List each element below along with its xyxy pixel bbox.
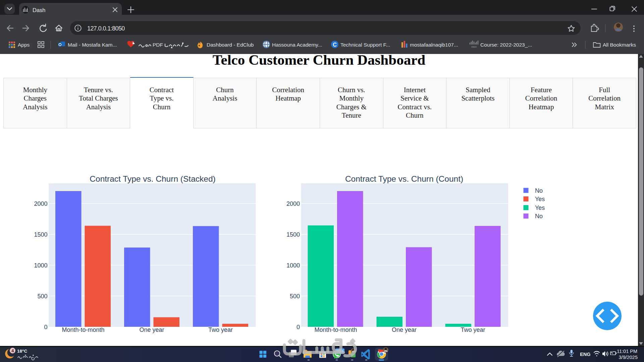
svg-text:2000: 2000: [286, 200, 300, 207]
svg-text:All Bookmarks: All Bookmarks: [603, 42, 636, 48]
svg-text:Course: 2022-2023_...: Course: 2022-2023_...: [480, 42, 532, 48]
svg-text:Technical Support F...: Technical Support F...: [340, 42, 390, 48]
svg-text:PDF: PDF: [153, 42, 163, 48]
svg-text:No: No: [535, 213, 543, 220]
svg-text:Mail - Mostafa Kam...: Mail - Mostafa Kam...: [68, 42, 117, 48]
svg-text:0: 0: [297, 324, 300, 330]
svg-text:Contract Type vs. Churn (Count: Contract Type vs. Churn (Count): [345, 174, 463, 183]
svg-text:1000: 1000: [34, 262, 47, 269]
svg-text:0: 0: [44, 324, 47, 330]
svg-text:127.0.0.1:8050: 127.0.0.1:8050: [87, 25, 125, 32]
svg-text:1500: 1500: [34, 231, 47, 238]
svg-text:3/9/2025: 3/9/2025: [619, 355, 638, 360]
svg-text:1000: 1000: [286, 262, 300, 269]
svg-text:18°C: 18°C: [17, 349, 27, 354]
svg-text:cisco: cisco: [471, 46, 477, 48]
svg-text:Month-to-month: Month-to-month: [62, 326, 104, 333]
svg-text:500: 500: [290, 293, 300, 300]
svg-text:Contract Type vs. Churn (Stack: Contract Type vs. Churn (Stacked): [90, 174, 215, 183]
svg-text:Two year: Two year: [208, 326, 233, 333]
svg-text:500: 500: [37, 293, 47, 300]
svg-text:Two year: Two year: [461, 326, 485, 333]
svg-text:Month-to-month: Month-to-month: [314, 326, 357, 333]
svg-text:C: C: [333, 42, 337, 48]
svg-text:mostafaalnaqib107...: mostafaalnaqib107...: [410, 42, 458, 48]
svg-text:2000: 2000: [34, 200, 47, 207]
svg-text:Apps: Apps: [18, 42, 30, 48]
svg-text:No: No: [535, 187, 543, 194]
svg-text:4: 4: [11, 348, 14, 353]
svg-text:One year: One year: [139, 326, 164, 333]
svg-text:Yes: Yes: [535, 204, 545, 211]
svg-text:1500: 1500: [286, 231, 300, 238]
svg-text:Dashboard - EdClub: Dashboard - EdClub: [207, 42, 254, 48]
svg-text:11:01 PM: 11:01 PM: [617, 349, 637, 354]
svg-text:One year: One year: [392, 326, 417, 333]
svg-text:Yes: Yes: [535, 196, 545, 202]
svg-text:ENG: ENG: [580, 352, 590, 357]
svg-text:Dash: Dash: [33, 7, 46, 13]
svg-text:Hassouna Academy...: Hassouna Academy...: [272, 42, 322, 48]
